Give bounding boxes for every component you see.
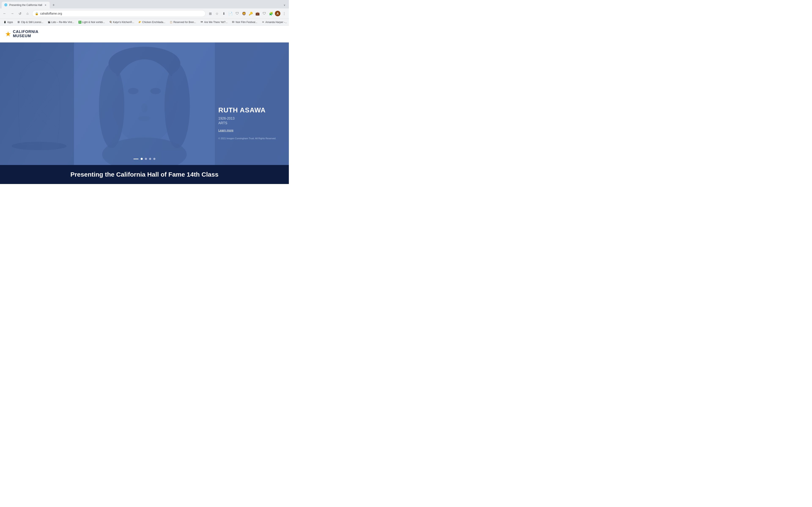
bookmark-amanda[interactable]: ✉ Amanda Harper -... <box>260 20 289 24</box>
reserved-favicon: 📋 <box>169 21 172 24</box>
shield-icon[interactable]: 🛡 <box>261 11 267 16</box>
hero-background <box>0 43 289 165</box>
logo-star-icon: ★ <box>5 30 11 38</box>
menu-icon[interactable]: ⋮ <box>281 11 287 16</box>
carousel-dot-1[interactable] <box>134 159 139 159</box>
hero-copyright: © 2021 Imogen Cunningham Trust. All Righ… <box>218 137 276 139</box>
bookmark-lightnoir-label: Light & Noir exhibi... <box>82 21 105 24</box>
banner-section: Presenting the California Hall of Fame 1… <box>0 165 289 184</box>
chicken-favicon: 🌮 <box>138 21 141 24</box>
hero-section: RUTH ASAWA 1926-2013 ARTS Learn more © 2… <box>0 43 289 165</box>
learn-more-link[interactable]: Learn more <box>218 129 234 132</box>
bookmark-noir-label: Noir Film Festival... <box>236 21 257 24</box>
browser-chrome: 🌐 Presenting the California Hall × + ∨ ←… <box>0 0 289 25</box>
hero-person-name: RUTH ASAWA <box>218 106 276 114</box>
lightnoir-favicon: S <box>79 21 82 24</box>
bookmark-arewethere[interactable]: 🗺 Are We There Yet?... <box>199 20 229 24</box>
url-text: cahalloffame.org <box>40 12 203 15</box>
bookmark-kalyn[interactable]: 🍳 Kalyn's Kitchen®... <box>107 20 136 24</box>
bookmark-arewethere-label: Are We There Yet?... <box>204 21 227 24</box>
clip-favicon: 🖼 <box>17 21 20 24</box>
wallet-icon[interactable]: 💼 <box>255 11 260 16</box>
pdf-icon[interactable]: 📄 <box>227 11 234 16</box>
tab-favicon: 🌐 <box>4 3 8 7</box>
carousel-dot-4[interactable] <box>149 158 151 160</box>
bookmark-clip[interactable]: 🖼 Clip & Still Licensi... <box>15 20 45 24</box>
hero-years: 1926-2013 <box>218 117 276 120</box>
carousel-dot-2[interactable] <box>141 158 143 160</box>
carousel-dot-5[interactable] <box>153 158 155 160</box>
logo-line1: CALIFORNIA <box>13 30 39 34</box>
address-bar: ← → ↺ ⌂ 🔒 cahalloffame.org ⊞ ☆ ⬇ 📄 🛡 🦁 🔑… <box>0 8 289 18</box>
noir-favicon: 🎞 <box>232 21 235 24</box>
home-button[interactable]: ⌂ <box>24 11 31 16</box>
bookmark-lido[interactable]: 🎬 Lido – Re-Mix Vint... <box>46 20 76 24</box>
hero-category: ARTS <box>218 121 276 125</box>
apps-favicon: 📱 <box>3 21 6 24</box>
extensions-icon[interactable]: ⊞ <box>207 11 213 16</box>
tab-title: Presenting the California Hall <box>9 4 42 7</box>
brave-icon[interactable]: 🦁 <box>241 11 247 16</box>
bookmark-amanda-label: Amanda Harper -... <box>265 21 287 24</box>
arewethere-favicon: 🗺 <box>200 21 203 24</box>
bookmark-kalyn-label: Kalyn's Kitchen®... <box>113 21 134 24</box>
tab-close-button[interactable]: × <box>44 3 47 7</box>
carousel-dot-3[interactable] <box>145 158 147 160</box>
refresh-button[interactable]: ↺ <box>17 11 23 16</box>
website: ★ CALIFORNIA MUSEUM <box>0 25 289 184</box>
tab-bar: 🌐 Presenting the California Hall × + ∨ <box>0 0 289 8</box>
lock-icon: 🔒 <box>35 12 39 15</box>
bookmarks-bar: 📱 Apps 🖼 Clip & Still Licensi... 🎬 Lido … <box>0 18 289 25</box>
bookmark-lido-label: Lido – Re-Mix Vint... <box>51 21 74 24</box>
bookmark-lightnoir[interactable]: S Light & Noir exhibi... <box>77 20 107 24</box>
bookmark-star-icon[interactable]: ☆ <box>214 11 220 16</box>
amanda-favicon: ✉ <box>262 21 264 24</box>
svg-rect-15 <box>0 43 289 165</box>
puzzle-icon[interactable]: 🧩 <box>268 11 274 16</box>
bookmark-clip-label: Clip & Still Licensi... <box>21 21 43 24</box>
bookmark-noir[interactable]: 🎞 Noir Film Festival... <box>230 20 259 24</box>
downloads-icon[interactable]: ⬇ <box>221 11 227 16</box>
forward-button[interactable]: → <box>9 11 15 16</box>
bookmark-apps[interactable]: 📱 Apps <box>2 20 14 24</box>
bookmark-reserved-label: Reserved for Bren... <box>173 21 196 24</box>
carousel-dots <box>134 158 155 160</box>
back-button[interactable]: ← <box>2 11 8 16</box>
adblocker-icon[interactable]: 🛡 <box>234 11 240 16</box>
browser-minimize-button[interactable]: ∨ <box>282 3 287 7</box>
toolbar-icons: ⊞ ☆ ⬇ 📄 🛡 🦁 🔑 💼 🛡 🧩 A ⋮ <box>207 11 287 16</box>
banner-title: Presenting the California Hall of Fame 1… <box>5 171 284 178</box>
kalyn-favicon: 🍳 <box>109 21 112 24</box>
lido-favicon: 🎬 <box>48 21 51 24</box>
bookmark-apps-label: Apps <box>7 21 13 24</box>
logo[interactable]: ★ CALIFORNIA MUSEUM <box>5 30 39 38</box>
new-tab-button[interactable]: + <box>51 2 56 8</box>
hero-info-panel: RUTH ASAWA 1926-2013 ARTS Learn more © 2… <box>218 106 276 139</box>
profile-avatar[interactable]: A <box>275 11 281 16</box>
logo-text: CALIFORNIA MUSEUM <box>13 30 39 38</box>
logo-line2: MUSEUM <box>13 34 39 38</box>
site-header: ★ CALIFORNIA MUSEUM <box>0 25 289 43</box>
active-tab[interactable]: 🌐 Presenting the California Hall × <box>2 2 50 8</box>
password-icon[interactable]: 🔑 <box>248 11 254 16</box>
url-bar[interactable]: 🔒 cahalloffame.org <box>32 10 206 17</box>
bookmark-reserved[interactable]: 📋 Reserved for Bren... <box>168 20 198 24</box>
bookmark-chicken[interactable]: 🌮 Chicken Enchilada... <box>137 20 167 24</box>
bookmark-chicken-label: Chicken Enchilada... <box>142 21 165 24</box>
